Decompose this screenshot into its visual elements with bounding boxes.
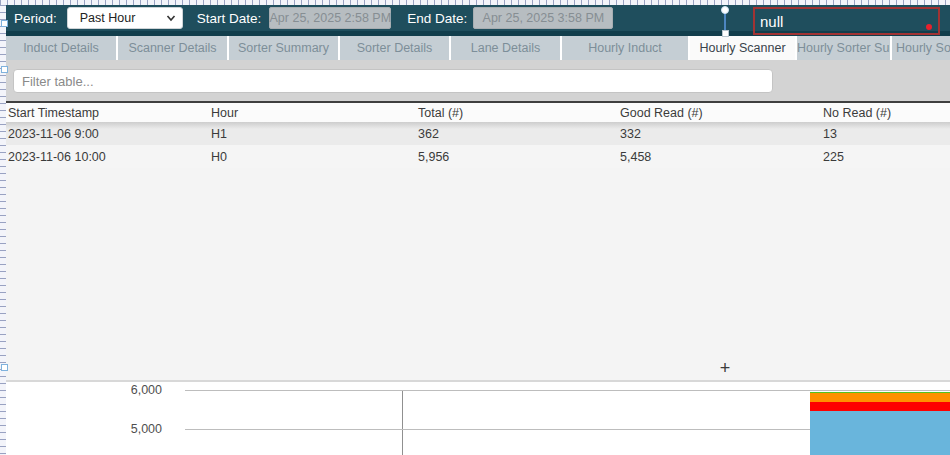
table-row: 2023-11-06 10:00 H0 5,956 5,458 225 — [6, 145, 950, 168]
column-header-hour[interactable]: Hour — [211, 103, 238, 122]
column-header-no-read[interactable]: No Read (#) — [823, 103, 891, 122]
caret-line — [724, 11, 726, 31]
filter-input[interactable] — [13, 69, 773, 93]
ruler-handle[interactable] — [1, 66, 8, 73]
caret-handle-bottom[interactable] — [722, 30, 729, 37]
table-row: 2023-11-06 9:00 H1 362 332 13 — [6, 122, 950, 145]
period-select-value: Past Hour — [80, 11, 166, 25]
start-date-label: Start Date: — [197, 11, 262, 26]
overlay-null-text: null — [760, 13, 783, 30]
tab-hourly-sorter-details[interactable]: Hourly Sorter Details — [892, 36, 950, 60]
cell-no-read: 225 — [823, 145, 844, 168]
cell-hour: H1 — [211, 122, 227, 145]
bar-segment-blue-segment — [810, 411, 950, 455]
y-axis-tick-label: 6,000 — [6, 383, 162, 397]
record-dot-icon — [926, 24, 932, 30]
end-date-label: End Date: — [407, 11, 467, 26]
end-date-input[interactable]: Apr 25, 2025 3:58 PM — [473, 7, 613, 29]
table-header-row: Start Timestamp Hour Total (#) Good Read… — [6, 103, 950, 122]
cell-total: 362 — [418, 122, 439, 145]
period-label: Period: — [14, 11, 57, 26]
chevron-down-icon — [166, 13, 176, 23]
caret-handle-top[interactable] — [721, 6, 729, 14]
tab-hourly-sorter-summary[interactable]: Hourly Sorter Summary — [797, 36, 890, 60]
column-header-total[interactable]: Total (#) — [418, 103, 463, 122]
chart-vertical-gridline — [402, 390, 403, 455]
cell-start-timestamp: 2023-11-06 10:00 — [8, 145, 106, 168]
chart-area: 6,0005,000 — [6, 382, 950, 455]
bar-segment-orange-segment — [810, 393, 950, 402]
tab-hourly-scanner[interactable]: Hourly Scanner — [690, 36, 795, 60]
filter-bar — [6, 60, 950, 101]
tab-bar: Induct Details Scanner Details Sorter Su… — [6, 36, 950, 60]
cell-hour: H0 — [211, 145, 227, 168]
screenshot-root: { "toolbar": { "period_label": "Period:"… — [0, 0, 950, 455]
tab-scanner-details[interactable]: Scanner Details — [118, 36, 227, 60]
chart-gridline — [185, 390, 950, 391]
tab-hourly-induct[interactable]: Hourly Induct — [562, 36, 688, 60]
bar-segment-red-segment — [810, 402, 950, 411]
overlay-null-field[interactable]: null — [753, 7, 940, 35]
tab-sorter-summary[interactable]: Sorter Summary — [229, 36, 338, 60]
period-select[interactable]: Past Hour — [67, 7, 183, 29]
cell-start-timestamp: 2023-11-06 9:00 — [8, 122, 99, 145]
app-window: Period: Past Hour Start Date: Apr 25, 20… — [6, 5, 950, 455]
start-date-input[interactable]: Apr 25, 2025 2:58 PM — [269, 7, 391, 29]
column-header-start-timestamp[interactable]: Start Timestamp — [8, 103, 99, 122]
start-date-value: Apr 25, 2025 2:58 PM — [270, 11, 392, 25]
cell-good-read: 332 — [620, 122, 641, 145]
cell-no-read: 13 — [823, 122, 837, 145]
ruler-handle[interactable] — [1, 364, 8, 371]
y-axis-tick-label: 5,000 — [6, 422, 162, 436]
cell-good-read: 5,458 — [620, 145, 651, 168]
tab-induct-details[interactable]: Induct Details — [6, 36, 116, 60]
end-date-value: Apr 25, 2025 3:58 PM — [483, 11, 605, 25]
ruler-handle[interactable] — [1, 20, 8, 27]
cell-total: 5,956 — [418, 145, 449, 168]
plus-crosshair-icon: + — [717, 360, 733, 376]
table-body-empty — [6, 168, 950, 380]
bar-segment-green-segment — [810, 392, 950, 393]
column-header-good-read[interactable]: Good Read (#) — [620, 103, 703, 122]
tab-lane-details[interactable]: Lane Details — [451, 36, 560, 60]
tab-sorter-details[interactable]: Sorter Details — [340, 36, 449, 60]
